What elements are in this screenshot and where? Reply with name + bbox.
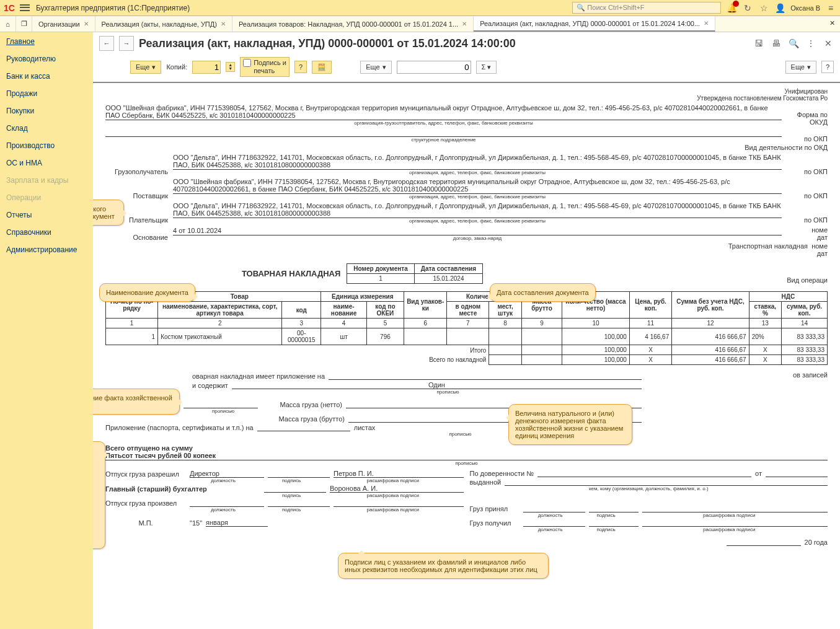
colnum: 13 <box>749 319 781 328</box>
panel-icon[interactable]: ≡ <box>825 2 836 14</box>
label: дат <box>105 250 828 257</box>
cell: 100,000 <box>562 355 630 365</box>
copies-input[interactable] <box>192 61 221 74</box>
colnum: 3 <box>282 319 321 328</box>
sidebar-item[interactable]: Продажи <box>6 89 87 98</box>
history-icon[interactable]: ↻ <box>742 2 753 14</box>
th: Сумма без учета НДС, руб. коп. <box>672 292 749 319</box>
close-icon[interactable]: ✕ <box>84 20 89 27</box>
label: Главный (старший) бухгалтер <box>105 485 260 493</box>
sidebar-item[interactable]: Администрирование <box>6 245 87 254</box>
windows-icon[interactable]: ❐ <box>16 16 32 32</box>
spinner[interactable]: ▲▼ <box>226 62 235 72</box>
sigma-button[interactable]: Σ ▾ <box>476 61 497 74</box>
print-icon[interactable]: 🖶 <box>771 38 782 49</box>
sidebar-item[interactable]: ОС и НМА <box>6 159 87 167</box>
sidebar-item[interactable]: Зарплата и кадры <box>6 176 87 185</box>
sidebar-item[interactable]: Банк и касса <box>6 72 87 81</box>
close-icon[interactable]: ✕ <box>221 20 226 27</box>
form-meta: Унифицирован Утверждена постановлением Г… <box>105 88 828 102</box>
username: Оксана В <box>790 4 820 12</box>
label: Основание <box>105 234 170 241</box>
more-button-3[interactable]: Еще ▾ <box>785 61 816 74</box>
tab-2[interactable]: Реализация товаров: Накладная, УПД 0000-… <box>232 16 474 32</box>
doc-number-table: Номер документаДата составления 115.01.2… <box>347 263 483 284</box>
doc-number: 1 <box>347 274 414 284</box>
sidebar-item[interactable]: Склад <box>6 124 87 133</box>
forward-button[interactable]: → <box>119 36 134 51</box>
home-icon[interactable]: ⌂ <box>0 16 16 32</box>
colnum: 5 <box>366 319 404 328</box>
caption: расшифровка подписи <box>631 527 828 532</box>
colnum: 10 <box>562 319 630 328</box>
close-icon[interactable]: ✕ <box>704 20 709 27</box>
cell: 416 666,67 <box>672 328 749 345</box>
caption: прописью <box>254 389 642 395</box>
cell: 4 166,67 <box>629 328 671 345</box>
caption: расшифровка подписи <box>631 512 828 518</box>
close-icon[interactable]: ✕ <box>825 16 840 32</box>
th: код <box>282 302 321 319</box>
th: в одном месте <box>447 302 489 319</box>
sign-print-checkbox[interactable] <box>243 59 251 67</box>
cell: X <box>629 355 671 365</box>
sum-words: Пятьсот тысяч рублей 00 копеек <box>105 452 828 460</box>
tab-label: Реализация товаров: Накладная, УПД 0000-… <box>239 20 458 28</box>
sidebar-item[interactable]: Справочники <box>6 228 87 237</box>
user-icon[interactable]: 👤 <box>774 2 785 14</box>
label: выданной <box>470 478 502 486</box>
close-icon[interactable]: ✕ <box>462 20 467 27</box>
cell: 100,000 <box>562 328 630 345</box>
more-button-2[interactable]: Еще ▾ <box>360 61 391 74</box>
star-icon[interactable]: ☆ <box>758 2 769 14</box>
callout: Величина натурального и (или) денежного … <box>508 404 632 445</box>
sidebar-item[interactable]: Руководителю <box>6 55 87 63</box>
totals-vsego: Всего по накладной 100,000 X 416 666,67 … <box>106 355 828 365</box>
back-button[interactable]: ← <box>99 36 114 51</box>
help-button[interactable]: ? <box>294 61 307 73</box>
tab-label: Реализация (акт, накладная, УПД) 0000-00… <box>480 20 700 27</box>
cell: 83 333,33 <box>782 345 828 355</box>
tab-0[interactable]: Организации✕ <box>32 16 95 32</box>
menu-icon[interactable] <box>20 4 30 12</box>
sidebar-item[interactable]: Главное <box>6 37 87 46</box>
tool-icon[interactable]: 🧮 <box>312 61 332 74</box>
sidebar-item[interactable]: Отчеты <box>6 211 87 219</box>
sidebar-item[interactable]: Покупки <box>6 107 87 115</box>
help-button-2[interactable]: ? <box>821 61 834 73</box>
more-icon[interactable]: ⋮ <box>805 38 816 49</box>
preview-icon[interactable]: 🔍 <box>788 38 799 49</box>
sidebar-item[interactable]: Операции <box>6 193 87 202</box>
label: Еще <box>366 63 379 71</box>
tab-label: Реализация (акты, накладные, УПД) <box>102 20 217 28</box>
cell: 1 <box>106 328 158 345</box>
th: Цена, руб. коп. <box>629 292 671 319</box>
bell-icon[interactable]: 🔔 <box>726 2 737 14</box>
tab-3[interactable]: Реализация (акт, накладная, УПД) 0000-00… <box>474 16 715 32</box>
callout: Наименование должностного лица (лиц), со… <box>93 441 105 549</box>
cell: 100,000 <box>562 345 630 355</box>
caption: организация-грузоотправитель, адрес, тел… <box>105 120 782 126</box>
save-icon[interactable]: 🖫 <box>753 38 764 49</box>
tab-1[interactable]: Реализация (акты, накладные, УПД)✕ <box>95 16 232 32</box>
caption: должность <box>186 478 260 483</box>
label: Всего отпущено на сумму <box>105 444 828 452</box>
caption: расшифровка подписи <box>322 507 464 512</box>
cell: шт <box>321 328 366 345</box>
caption: организация, адрес, телефон, факс, банко… <box>173 194 782 200</box>
supplier-line: ООО "Швейная фабрика", ИНН 7715398054, 1… <box>173 178 782 194</box>
number-input[interactable] <box>397 61 471 74</box>
th: код по ОКЕИ <box>366 302 404 319</box>
colnum: 4 <box>321 319 366 328</box>
label: Грузополучатель <box>105 168 170 175</box>
close-icon[interactable]: ✕ <box>823 38 834 49</box>
more-button[interactable]: Еще ▾ <box>130 61 161 74</box>
sidebar-item[interactable]: Производство <box>6 141 87 150</box>
cell: 796 <box>366 328 404 345</box>
colnum: 9 <box>521 319 562 328</box>
search-input[interactable]: 🔍 Поиск Ctrl+Shift+F <box>572 2 721 14</box>
caption: организация, адрес, телефон, факс, банко… <box>173 170 782 175</box>
toolbar: Еще ▾ Копий: ▲▼ Подпись и печать ? 🧮 Еще… <box>93 55 840 82</box>
value: Воронова А. И. <box>330 485 378 492</box>
th: Вид упаков-ки <box>404 292 447 319</box>
